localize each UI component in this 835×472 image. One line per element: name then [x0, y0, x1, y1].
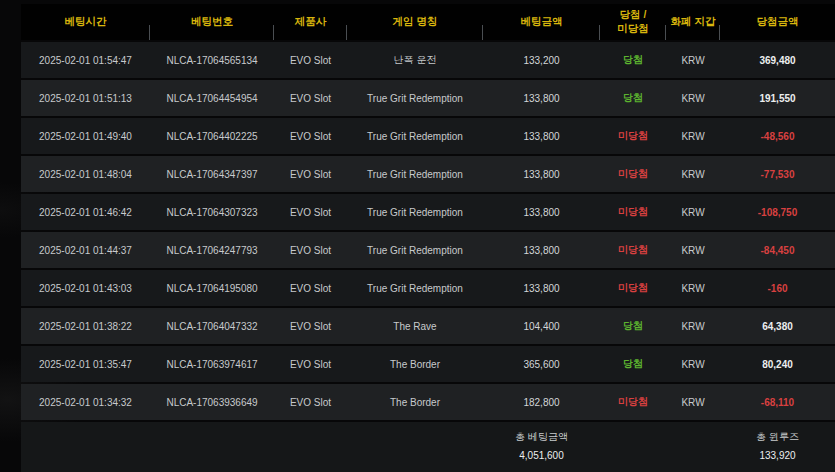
bet-amount-cell: 133,800: [483, 131, 600, 142]
win-amount-cell: 64,380: [720, 321, 835, 332]
table-body: 2025-02-01 01:54:47NLCA-17064565134EVO S…: [21, 42, 835, 420]
provider-cell: EVO Slot: [274, 397, 347, 408]
total-bet-amount-label: 총 베팅금액: [483, 430, 600, 444]
bet-number-cell: NLCA-17064047332: [150, 321, 274, 332]
game-name-cell: True Grit Redemption: [347, 169, 483, 180]
wallet-cell: KRW: [666, 207, 720, 218]
win-amount-cell: -108,750: [720, 207, 835, 218]
bet-time-cell: 2025-02-01 01:49:40: [21, 131, 150, 142]
bet-number-cell: NLCA-17064347397: [150, 169, 274, 180]
result-cell: 당첨: [600, 357, 666, 371]
game-name-cell: True Grit Redemption: [347, 283, 483, 294]
column-header-bet_amount: 베팅금액: [483, 4, 600, 40]
bet-amount-cell: 133,800: [483, 93, 600, 104]
table-row: 2025-02-01 01:38:22NLCA-17064047332EVO S…: [21, 308, 835, 344]
wallet-cell: KRW: [666, 397, 720, 408]
bet-amount-cell: 182,800: [483, 397, 600, 408]
bet-number-cell: NLCA-17063974617: [150, 359, 274, 370]
result-cell: 미당첨: [600, 281, 666, 295]
bet-time-cell: 2025-02-01 01:51:13: [21, 93, 150, 104]
bet-number-cell: NLCA-17064247793: [150, 245, 274, 256]
provider-cell: EVO Slot: [274, 93, 347, 104]
total-winlose-label: 총 윈루즈: [720, 430, 835, 444]
betting-history-table: 베팅시간베팅번호제품사게임 명칭베팅금액당첨 /미당첨화폐 지갑당첨금액 202…: [21, 4, 835, 472]
column-header-bet_time: 베팅시간: [21, 4, 150, 40]
table-row: 2025-02-01 01:54:47NLCA-17064565134EVO S…: [21, 42, 835, 78]
bet-time-cell: 2025-02-01 01:38:22: [21, 321, 150, 332]
provider-cell: EVO Slot: [274, 283, 347, 294]
column-header-provider: 제품사: [274, 4, 347, 40]
table-row: 2025-02-01 01:46:42NLCA-17064307323EVO S…: [21, 194, 835, 230]
bet-amount-cell: 104,400: [483, 321, 600, 332]
provider-cell: EVO Slot: [274, 131, 347, 142]
wallet-cell: KRW: [666, 359, 720, 370]
result-cell: 미당첨: [600, 129, 666, 143]
wallet-cell: KRW: [666, 245, 720, 256]
provider-cell: EVO Slot: [274, 359, 347, 370]
provider-cell: EVO Slot: [274, 207, 347, 218]
bet-time-cell: 2025-02-01 01:34:32: [21, 397, 150, 408]
result-cell: 미당첨: [600, 167, 666, 181]
total-winlose-value: 133,920: [720, 450, 835, 461]
table-row: 2025-02-01 01:48:04NLCA-17064347397EVO S…: [21, 156, 835, 192]
win-amount-cell: 369,480: [720, 55, 835, 66]
totals-section: 총 베팅금액 4,051,600 총 윈루즈 133,920: [21, 422, 835, 472]
column-header-win_amount: 당첨금액: [720, 4, 835, 40]
bet-number-cell: NLCA-17064565134: [150, 55, 274, 66]
bet-number-cell: NLCA-17063936649: [150, 397, 274, 408]
result-cell: 당첨: [600, 319, 666, 333]
bet-amount-cell: 133,800: [483, 283, 600, 294]
column-header-game_name: 게임 명칭: [347, 4, 483, 40]
bet-time-cell: 2025-02-01 01:35:47: [21, 359, 150, 370]
bet-amount-cell: 133,800: [483, 169, 600, 180]
bet-number-cell: NLCA-17064195080: [150, 283, 274, 294]
bet-amount-cell: 133,200: [483, 55, 600, 66]
wallet-cell: KRW: [666, 55, 720, 66]
wallet-cell: KRW: [666, 321, 720, 332]
column-header-wallet: 화폐 지갑: [666, 4, 720, 40]
betting-history-page: { "table": { "columns": [ {"key":"bet_ti…: [0, 0, 835, 472]
game-name-cell: 난폭 운전: [347, 53, 483, 67]
wallet-cell: KRW: [666, 283, 720, 294]
result-cell: 미당첨: [600, 243, 666, 257]
game-name-cell: The Rave: [347, 321, 483, 332]
total-bet-amount-value: 4,051,600: [483, 450, 600, 461]
provider-cell: EVO Slot: [274, 55, 347, 66]
result-cell: 미당첨: [600, 205, 666, 219]
win-amount-cell: -160: [720, 283, 835, 294]
table-row: 2025-02-01 01:44:37NLCA-17064247793EVO S…: [21, 232, 835, 268]
result-cell: 당첨: [600, 53, 666, 67]
result-cell: 당첨: [600, 91, 666, 105]
bet-number-cell: NLCA-17064307323: [150, 207, 274, 218]
table-row: 2025-02-01 01:34:32NLCA-17063936649EVO S…: [21, 384, 835, 420]
win-amount-cell: 80,240: [720, 359, 835, 370]
result-cell: 미당첨: [600, 395, 666, 409]
win-amount-cell: -48,560: [720, 131, 835, 142]
game-name-cell: True Grit Redemption: [347, 207, 483, 218]
game-name-cell: True Grit Redemption: [347, 93, 483, 104]
bet-time-cell: 2025-02-01 01:46:42: [21, 207, 150, 218]
bet-time-cell: 2025-02-01 01:44:37: [21, 245, 150, 256]
table-row: 2025-02-01 01:51:13NLCA-17064454954EVO S…: [21, 80, 835, 116]
wallet-cell: KRW: [666, 169, 720, 180]
provider-cell: EVO Slot: [274, 245, 347, 256]
wallet-cell: KRW: [666, 93, 720, 104]
wallet-cell: KRW: [666, 131, 720, 142]
table-header-row: 베팅시간베팅번호제품사게임 명칭베팅금액당첨 /미당첨화폐 지갑당첨금액: [21, 4, 835, 40]
column-header-bet_number: 베팅번호: [150, 4, 274, 40]
game-name-cell: True Grit Redemption: [347, 245, 483, 256]
bet-time-cell: 2025-02-01 01:48:04: [21, 169, 150, 180]
win-amount-cell: -84,450: [720, 245, 835, 256]
bet-number-cell: NLCA-17064454954: [150, 93, 274, 104]
game-name-cell: True Grit Redemption: [347, 131, 483, 142]
bet-amount-cell: 133,800: [483, 207, 600, 218]
bet-amount-cell: 133,800: [483, 245, 600, 256]
game-name-cell: The Border: [347, 397, 483, 408]
provider-cell: EVO Slot: [274, 321, 347, 332]
table-row: 2025-02-01 01:43:03NLCA-17064195080EVO S…: [21, 270, 835, 306]
game-name-cell: The Border: [347, 359, 483, 370]
win-amount-cell: 191,550: [720, 93, 835, 104]
win-amount-cell: -77,530: [720, 169, 835, 180]
win-amount-cell: -68,110: [720, 397, 835, 408]
bet-number-cell: NLCA-17064402225: [150, 131, 274, 142]
